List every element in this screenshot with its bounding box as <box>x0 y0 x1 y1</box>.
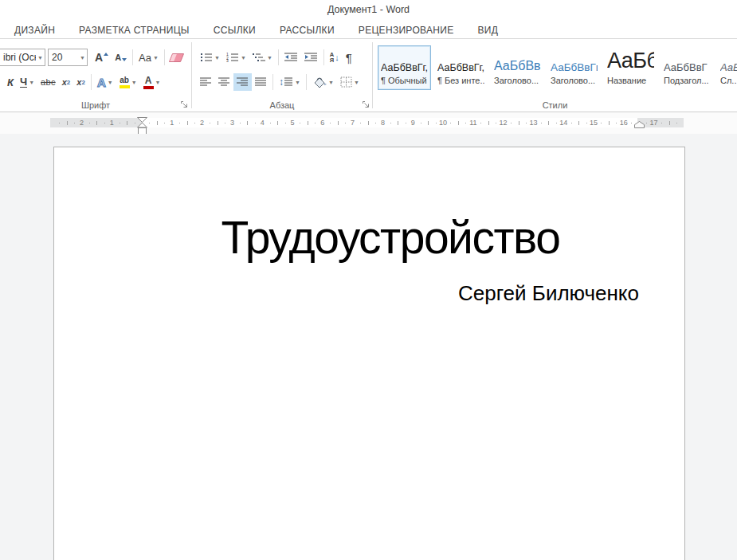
paint-bucket-icon <box>312 77 327 88</box>
style-preview: АаБбВвГг, <box>381 47 428 73</box>
sort-button[interactable]: А Я ↓ <box>327 49 343 66</box>
tab-view[interactable]: ВИД <box>477 25 498 36</box>
shrink-font-icon: А <box>115 53 121 62</box>
pilcrow-icon: ¶ <box>346 52 352 64</box>
ruler-tick <box>89 123 90 123</box>
style-item-normal[interactable]: АаБбВвГг, ¶ Обычный <box>378 45 431 90</box>
chevron-down-icon[interactable]: ▼ <box>37 55 43 61</box>
ruler-tick <box>149 123 150 123</box>
align-center-icon <box>218 77 230 87</box>
document-canvas[interactable]: Трудоустройство Сергей Билюченко <box>0 134 737 560</box>
chevron-down-icon[interactable]: ▼ <box>267 55 272 61</box>
right-indent-marker[interactable] <box>634 121 645 128</box>
document-page[interactable]: Трудоустройство Сергей Билюченко <box>53 147 685 560</box>
font-color-button[interactable]: А ▼ <box>140 73 164 91</box>
ruler-tick <box>240 123 241 123</box>
shrink-font-button[interactable]: А <box>112 49 130 66</box>
style-item-subtle-emphasis[interactable]: АаБбВвГг Сл... <box>717 45 737 90</box>
ruler-number: 4 <box>258 119 266 127</box>
align-right-button[interactable] <box>233 73 252 91</box>
ruler-tick <box>616 123 617 123</box>
tab-references[interactable]: ССЫЛКИ <box>214 25 256 36</box>
style-item-no-spacing[interactable]: АаБбВвГг, ¶ Без инте... <box>434 45 488 90</box>
ruler-tick <box>368 121 369 125</box>
decrease-indent-button[interactable] <box>281 49 301 66</box>
ruler-tick <box>225 123 225 123</box>
show-paragraph-marks-button[interactable]: ¶ <box>343 49 355 66</box>
text-effects-button[interactable]: А ▼ <box>94 73 116 91</box>
horizontal-ruler[interactable]: 211234567891011121314151617 <box>0 112 737 134</box>
grow-font-button[interactable]: А <box>92 49 112 66</box>
italic-button[interactable]: К <box>4 73 17 91</box>
ruler-tick <box>458 121 459 125</box>
numbering-icon: 1 2 3 <box>226 53 239 62</box>
chevron-down-icon[interactable]: ▼ <box>131 80 137 85</box>
increase-indent-button[interactable] <box>301 49 321 66</box>
styles-group: АаБбВвГг, ¶ Обычный АаБбВвГг, ¶ Без инте… <box>373 40 737 112</box>
strikethrough-button[interactable]: abc <box>37 73 59 91</box>
bullets-button[interactable]: ▼ <box>197 49 223 66</box>
style-item-title[interactable]: АаБбВвГг Название <box>604 45 657 90</box>
subscript-button[interactable]: x2 <box>59 73 74 91</box>
multilevel-list-button[interactable]: ▼ <box>249 49 276 66</box>
font-size-combobox[interactable]: 20 ▼ <box>48 49 88 66</box>
chevron-down-icon[interactable]: ▼ <box>214 55 220 61</box>
align-left-button[interactable] <box>197 73 215 91</box>
ruler-tick <box>338 121 339 125</box>
ruler-tick <box>526 123 527 123</box>
highlight-color-button[interactable]: ab ▼ <box>116 73 140 91</box>
chevron-down-icon[interactable]: ▼ <box>295 80 300 85</box>
font-name-combobox[interactable]: ibri (Оснс ▼ <box>0 49 45 66</box>
ruler-tick <box>480 123 481 123</box>
change-case-button[interactable]: Aa ▼ <box>135 49 162 66</box>
borders-button[interactable]: ▼ <box>337 73 363 91</box>
ruler-tick <box>375 123 376 123</box>
style-item-heading1[interactable]: АаБбВвГг, Заголово... <box>491 45 544 90</box>
style-item-heading2[interactable]: АаБбВвГг, Заголово... <box>547 45 601 90</box>
chevron-down-icon[interactable]: ▼ <box>108 80 113 85</box>
tab-page-layout[interactable]: РАЗМЕТКА СТРАНИЦЫ <box>79 25 190 36</box>
tab-design[interactable]: ДИЗАЙН <box>14 25 55 36</box>
style-item-subtitle[interactable]: АаБбВвГ Подзагол... <box>661 45 714 90</box>
shading-button[interactable]: ▼ <box>309 73 337 91</box>
document-author-text[interactable]: Сергей Билюченко <box>142 281 639 306</box>
align-center-button[interactable] <box>215 73 233 91</box>
paragraph-group: ▼ 1 2 3 ▼ ▼ <box>192 40 372 112</box>
font-group-label: Шрифт <box>0 100 191 110</box>
superscript-button[interactable]: x2 <box>73 73 88 91</box>
chevron-down-icon[interactable]: ▼ <box>241 55 246 61</box>
styles-gallery: АаБбВвГг, ¶ Обычный АаБбВвГг, ¶ Без инте… <box>378 45 737 90</box>
paragraph-dialog-launcher[interactable] <box>362 100 370 109</box>
ruler-tick <box>308 121 308 125</box>
highlight-label: ab <box>120 76 129 84</box>
chevron-down-icon[interactable]: ▼ <box>155 80 161 85</box>
line-spacing-button[interactable]: ↕ ▼ <box>276 73 304 91</box>
chevron-down-icon[interactable]: ▼ <box>80 55 85 61</box>
clear-formatting-button[interactable] <box>167 49 186 66</box>
eraser-icon <box>169 53 184 62</box>
font-dialog-launcher[interactable] <box>180 100 189 109</box>
tab-mailings[interactable]: РАССЫЛКИ <box>280 25 335 36</box>
underline-button[interactable]: Ч ▼ <box>17 73 37 91</box>
chevron-down-icon[interactable]: ▼ <box>29 80 34 85</box>
ruler-tick <box>164 123 165 123</box>
ruler-tick <box>646 123 647 123</box>
document-title-text[interactable]: Трудоустройство <box>142 213 639 263</box>
ruler-tick <box>548 121 549 125</box>
indent-marker-hourglass[interactable] <box>136 117 148 128</box>
ruler-tick <box>465 123 466 123</box>
tab-review[interactable]: РЕЦЕНЗИРОВАНИЕ <box>359 25 454 36</box>
ruler-tick <box>67 121 68 125</box>
numbering-button[interactable]: 1 2 3 ▼ <box>223 49 249 66</box>
window-title: Документ1 - Word <box>0 4 737 15</box>
style-name: Сл... <box>720 76 737 85</box>
ruler-tick <box>676 123 677 123</box>
justify-button[interactable] <box>252 73 270 91</box>
bullets-icon <box>200 53 213 62</box>
multilevel-list-icon <box>253 53 265 62</box>
chevron-down-icon[interactable]: ▼ <box>354 80 359 85</box>
ruler-number: 16 <box>620 119 628 127</box>
style-preview: АаБбВвГг <box>720 47 737 73</box>
chevron-down-icon[interactable]: ▼ <box>328 80 334 85</box>
ruler-tick <box>120 123 120 123</box>
